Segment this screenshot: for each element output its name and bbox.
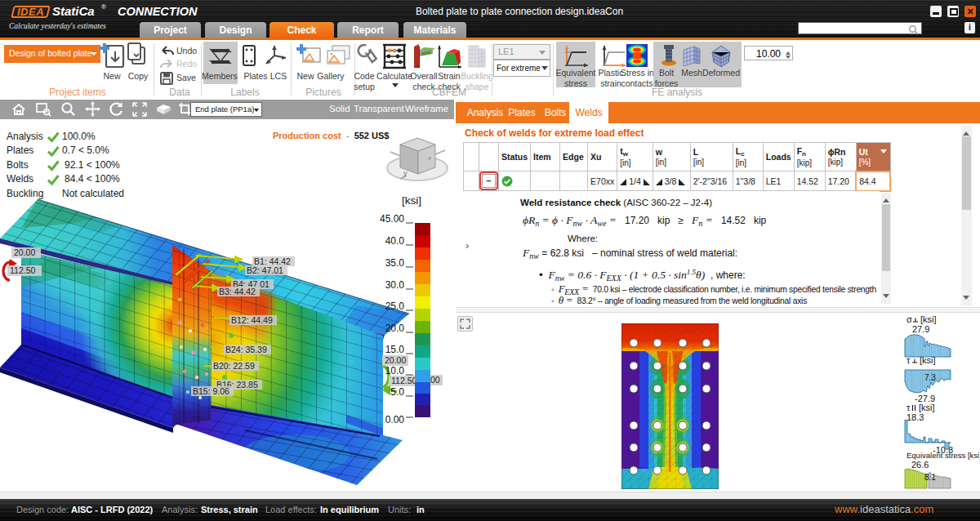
svg-text:10.0: 10.0 xyxy=(385,365,405,376)
svg-text:B24: 35.39: B24: 35.39 xyxy=(225,345,267,354)
svg-text:20.0: 20.0 xyxy=(385,323,405,334)
svg-text:35.0: 35.0 xyxy=(385,257,405,269)
svg-text:[ksi]: [ksi] xyxy=(920,314,937,324)
svg-text:B20: 22.59: B20: 22.59 xyxy=(213,361,255,371)
svg-text:20.00: 20.00 xyxy=(14,247,35,257)
svg-text:5.0: 5.0 xyxy=(390,386,404,398)
svg-text:7.3: 7.3 xyxy=(924,373,936,382)
svg-text:27.9: 27.9 xyxy=(912,324,929,334)
svg-text:B2: 47.01: B2: 47.01 xyxy=(247,265,283,275)
svg-text:σ: σ xyxy=(906,314,912,324)
svg-text:[ksi]: [ksi] xyxy=(919,403,935,412)
svg-text:40.0: 40.0 xyxy=(385,235,405,247)
svg-text:y: y xyxy=(403,169,408,177)
svg-text:B3: 44.42: B3: 44.42 xyxy=(219,287,256,296)
svg-text:00: 00 xyxy=(430,375,440,385)
svg-text:15.0: 15.0 xyxy=(385,344,405,355)
svg-text:B12: 44.49: B12: 44.49 xyxy=(231,315,273,325)
svg-text:18.3: 18.3 xyxy=(906,412,924,422)
svg-text:30.0: 30.0 xyxy=(385,279,405,291)
svg-text:[ksi]: [ksi] xyxy=(402,194,421,207)
svg-text:112.50: 112.50 xyxy=(391,376,416,385)
svg-text:112.50: 112.50 xyxy=(10,265,35,275)
svg-text:26.6: 26.6 xyxy=(911,460,929,470)
svg-text:τ: τ xyxy=(906,403,911,412)
svg-text:8.1: 8.1 xyxy=(924,473,936,482)
svg-text:25.0: 25.0 xyxy=(385,301,405,312)
svg-text:B15: 9.06: B15: 9.06 xyxy=(193,386,229,396)
svg-text:20.00: 20.00 xyxy=(385,355,406,365)
svg-text:45.00: 45.00 xyxy=(380,213,404,225)
svg-text:Equivalent stress [ksi]: Equivalent stress [ksi] xyxy=(906,451,980,460)
svg-text:0.00: 0.00 xyxy=(385,414,405,425)
